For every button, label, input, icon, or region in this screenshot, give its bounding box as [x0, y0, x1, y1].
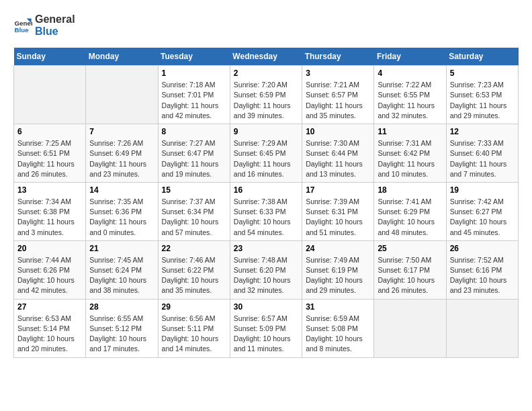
day-cell: 22Sunrise: 7:46 AMSunset: 6:22 PMDayligh… — [158, 240, 230, 299]
day-number: 28 — [89, 302, 154, 312]
week-row-1: 1Sunrise: 7:18 AMSunset: 7:01 PMDaylight… — [14, 66, 519, 124]
day-info: Sunrise: 7:34 AMSunset: 6:38 PMDaylight:… — [17, 197, 82, 238]
day-cell: 4Sunrise: 7:22 AMSunset: 6:55 PMDaylight… — [374, 66, 446, 124]
day-cell: 5Sunrise: 7:23 AMSunset: 6:53 PMDaylight… — [446, 66, 518, 124]
day-cell: 15Sunrise: 7:37 AMSunset: 6:34 PMDayligh… — [158, 182, 230, 240]
day-info: Sunrise: 7:39 AMSunset: 6:31 PMDaylight:… — [306, 197, 370, 238]
day-info: Sunrise: 6:55 AMSunset: 5:12 PMDaylight:… — [89, 314, 154, 355]
day-cell: 20Sunrise: 7:44 AMSunset: 6:26 PMDayligh… — [14, 240, 86, 299]
day-info: Sunrise: 6:53 AMSunset: 5:14 PMDaylight:… — [17, 314, 82, 355]
day-number: 6 — [17, 127, 82, 136]
day-number: 22 — [162, 244, 226, 253]
day-number: 5 — [450, 68, 515, 78]
day-info: Sunrise: 7:37 AMSunset: 6:34 PMDaylight:… — [162, 197, 226, 238]
day-info: Sunrise: 7:27 AMSunset: 6:47 PMDaylight:… — [162, 138, 226, 179]
day-cell: 30Sunrise: 6:57 AMSunset: 5:09 PMDayligh… — [230, 299, 302, 357]
day-info: Sunrise: 7:18 AMSunset: 7:01 PMDaylight:… — [162, 80, 226, 121]
day-cell — [14, 66, 86, 124]
day-cell: 8Sunrise: 7:27 AMSunset: 6:47 PMDaylight… — [158, 124, 230, 183]
day-cell: 23Sunrise: 7:48 AMSunset: 6:20 PMDayligh… — [230, 240, 302, 299]
day-info: Sunrise: 7:33 AMSunset: 6:40 PMDaylight:… — [450, 138, 515, 179]
day-number: 30 — [234, 302, 298, 312]
day-info: Sunrise: 6:57 AMSunset: 5:09 PMDaylight:… — [234, 314, 298, 355]
day-info: Sunrise: 7:26 AMSunset: 6:49 PMDaylight:… — [89, 138, 154, 179]
day-number: 7 — [89, 127, 154, 136]
day-info: Sunrise: 7:21 AMSunset: 6:57 PMDaylight:… — [306, 80, 370, 121]
day-info: Sunrise: 7:23 AMSunset: 6:53 PMDaylight:… — [450, 80, 515, 121]
day-number: 20 — [17, 244, 82, 253]
day-number: 13 — [17, 185, 82, 195]
day-cell: 10Sunrise: 7:30 AMSunset: 6:44 PMDayligh… — [302, 124, 374, 183]
day-number: 10 — [306, 127, 370, 136]
day-number: 18 — [378, 185, 442, 195]
day-cell: 11Sunrise: 7:31 AMSunset: 6:42 PMDayligh… — [374, 124, 446, 183]
weekday-header-sunday: Sunday — [14, 48, 86, 66]
day-number: 29 — [162, 302, 226, 312]
day-cell: 19Sunrise: 7:42 AMSunset: 6:27 PMDayligh… — [446, 182, 518, 240]
week-row-2: 6Sunrise: 7:25 AMSunset: 6:51 PMDaylight… — [14, 124, 519, 183]
weekday-header-saturday: Saturday — [446, 48, 518, 66]
day-cell: 28Sunrise: 6:55 AMSunset: 5:12 PMDayligh… — [86, 299, 158, 357]
day-info: Sunrise: 7:46 AMSunset: 6:22 PMDaylight:… — [162, 255, 226, 296]
day-number: 2 — [234, 68, 298, 78]
day-info: Sunrise: 6:59 AMSunset: 5:08 PMDaylight:… — [306, 314, 370, 355]
day-number: 17 — [306, 185, 370, 195]
logo-icon: General Blue — [13, 16, 32, 35]
weekday-header-row: SundayMondayTuesdayWednesdayThursdayFrid… — [14, 48, 519, 66]
day-cell: 9Sunrise: 7:29 AMSunset: 6:45 PMDaylight… — [230, 124, 302, 183]
logo: General Blue General Blue — [13, 13, 75, 37]
day-cell: 16Sunrise: 7:38 AMSunset: 6:33 PMDayligh… — [230, 182, 302, 240]
weekday-header-monday: Monday — [86, 48, 158, 66]
day-cell: 7Sunrise: 7:26 AMSunset: 6:49 PMDaylight… — [86, 124, 158, 183]
day-cell — [446, 299, 518, 357]
day-info: Sunrise: 6:56 AMSunset: 5:11 PMDaylight:… — [162, 314, 226, 355]
weekday-header-friday: Friday — [374, 48, 446, 66]
svg-text:Blue: Blue — [14, 26, 29, 33]
day-info: Sunrise: 7:38 AMSunset: 6:33 PMDaylight:… — [234, 197, 298, 238]
day-number: 15 — [162, 185, 226, 195]
day-info: Sunrise: 7:30 AMSunset: 6:44 PMDaylight:… — [306, 138, 370, 179]
logo-text-blue: Blue — [35, 26, 75, 38]
weekday-header-tuesday: Tuesday — [158, 48, 230, 66]
day-info: Sunrise: 7:22 AMSunset: 6:55 PMDaylight:… — [378, 80, 442, 121]
day-cell: 2Sunrise: 7:20 AMSunset: 6:59 PMDaylight… — [230, 66, 302, 124]
day-cell: 12Sunrise: 7:33 AMSunset: 6:40 PMDayligh… — [446, 124, 518, 183]
day-info: Sunrise: 7:50 AMSunset: 6:17 PMDaylight:… — [378, 255, 442, 296]
calendar-table: SundayMondayTuesdayWednesdayThursdayFrid… — [13, 48, 519, 357]
day-number: 24 — [306, 244, 370, 253]
day-cell: 6Sunrise: 7:25 AMSunset: 6:51 PMDaylight… — [14, 124, 86, 183]
day-cell: 14Sunrise: 7:35 AMSunset: 6:36 PMDayligh… — [86, 182, 158, 240]
logo-text-general: General — [35, 13, 75, 26]
day-number: 11 — [378, 127, 442, 136]
day-number: 12 — [450, 127, 515, 136]
day-number: 27 — [17, 302, 82, 312]
day-cell: 1Sunrise: 7:18 AMSunset: 7:01 PMDaylight… — [158, 66, 230, 124]
day-cell: 27Sunrise: 6:53 AMSunset: 5:14 PMDayligh… — [14, 299, 86, 357]
page-header: General Blue General Blue — [13, 13, 519, 37]
day-cell: 21Sunrise: 7:45 AMSunset: 6:24 PMDayligh… — [86, 240, 158, 299]
day-cell — [374, 299, 446, 357]
day-number: 8 — [162, 127, 226, 136]
day-info: Sunrise: 7:20 AMSunset: 6:59 PMDaylight:… — [234, 80, 298, 121]
day-info: Sunrise: 7:42 AMSunset: 6:27 PMDaylight:… — [450, 197, 515, 238]
day-info: Sunrise: 7:48 AMSunset: 6:20 PMDaylight:… — [234, 255, 298, 296]
day-cell: 26Sunrise: 7:52 AMSunset: 6:16 PMDayligh… — [446, 240, 518, 299]
day-info: Sunrise: 7:25 AMSunset: 6:51 PMDaylight:… — [17, 138, 82, 179]
day-number: 9 — [234, 127, 298, 136]
day-cell — [86, 66, 158, 124]
day-info: Sunrise: 7:44 AMSunset: 6:26 PMDaylight:… — [17, 255, 82, 296]
day-info: Sunrise: 7:31 AMSunset: 6:42 PMDaylight:… — [378, 138, 442, 179]
week-row-5: 27Sunrise: 6:53 AMSunset: 5:14 PMDayligh… — [14, 299, 519, 357]
day-info: Sunrise: 7:45 AMSunset: 6:24 PMDaylight:… — [89, 255, 154, 296]
day-cell: 13Sunrise: 7:34 AMSunset: 6:38 PMDayligh… — [14, 182, 86, 240]
day-cell: 17Sunrise: 7:39 AMSunset: 6:31 PMDayligh… — [302, 182, 374, 240]
day-info: Sunrise: 7:35 AMSunset: 6:36 PMDaylight:… — [89, 197, 154, 238]
day-cell: 25Sunrise: 7:50 AMSunset: 6:17 PMDayligh… — [374, 240, 446, 299]
day-info: Sunrise: 7:52 AMSunset: 6:16 PMDaylight:… — [450, 255, 515, 296]
day-info: Sunrise: 7:29 AMSunset: 6:45 PMDaylight:… — [234, 138, 298, 179]
day-number: 26 — [450, 244, 515, 253]
day-info: Sunrise: 7:41 AMSunset: 6:29 PMDaylight:… — [378, 197, 442, 238]
day-number: 19 — [450, 185, 515, 195]
day-number: 21 — [89, 244, 154, 253]
weekday-header-wednesday: Wednesday — [230, 48, 302, 66]
